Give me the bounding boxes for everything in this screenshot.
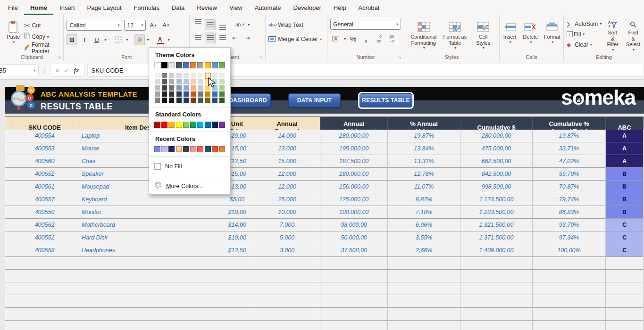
theme-variant-0-9[interactable] — [219, 73, 225, 79]
theme-variant-3-5[interactable] — [190, 91, 196, 97]
cell-annual_value[interactable]: 98.000,00 — [320, 219, 388, 231]
empty-cell[interactable] — [220, 295, 254, 308]
empty-cell[interactable] — [11, 257, 78, 270]
cell-cumulative[interactable]: 1.223.500,00 — [460, 206, 533, 219]
cell-cumulative[interactable]: 998.500,00 — [460, 181, 533, 193]
theme-variant-4-7[interactable] — [205, 97, 211, 103]
cell-annual_demand[interactable]: 3.000 — [254, 244, 320, 257]
copy-button[interactable]: Copy ▾ — [24, 32, 61, 42]
italic-button[interactable]: I — [79, 34, 90, 45]
theme-variant-4-9[interactable] — [219, 97, 225, 103]
alignment-dialog-launcher[interactable]: ↘ — [259, 55, 263, 59]
theme-variant-2-2[interactable] — [168, 85, 175, 91]
theme-variant-4-3[interactable] — [176, 97, 182, 103]
cell-annual_value[interactable]: 50.000,00 — [320, 231, 388, 244]
nav-button-dashboard[interactable]: DASHBOARD — [225, 93, 271, 107]
empty-cell[interactable] — [606, 295, 644, 308]
standard-color-swatch-3[interactable] — [176, 122, 182, 128]
cell-item[interactable]: Hard Disk — [78, 231, 220, 244]
theme-variant-1-0[interactable] — [154, 79, 160, 85]
cell-cumulative[interactable]: 1.371.500,00 — [460, 231, 533, 244]
theme-color-swatch-5[interactable] — [190, 62, 196, 68]
tab-review[interactable]: Review — [191, 0, 223, 15]
cell-abc-class[interactable]: A — [606, 142, 644, 155]
tab-acrobat[interactable]: Acrobat — [352, 0, 386, 15]
empty-cell[interactable] — [254, 308, 320, 321]
format-cells-button[interactable]: Format ▾ — [541, 19, 563, 53]
empty-cell[interactable] — [11, 270, 78, 282]
cell-annual_demand[interactable]: 5.000 — [254, 231, 320, 244]
empty-cell[interactable] — [460, 282, 533, 295]
name-box[interactable]: B5 ▾ — [0, 64, 39, 76]
clear-button[interactable]: ◆ Clear ▾ — [567, 40, 602, 50]
theme-variant-1-5[interactable] — [190, 79, 196, 85]
cell-pct_annual[interactable]: 13,84% — [388, 142, 460, 155]
cell-cumulative[interactable]: 280.000,00 — [460, 130, 533, 142]
theme-color-swatch-7[interactable] — [205, 62, 211, 68]
theme-variant-1-3[interactable] — [176, 79, 182, 85]
theme-variant-4-0[interactable] — [154, 97, 160, 103]
theme-variant-4-4[interactable] — [183, 97, 189, 103]
increase-indent-button[interactable]: ⇥ — [242, 33, 252, 43]
cell-cumulative_pct[interactable]: 47,02% — [533, 155, 606, 168]
tab-help[interactable]: Help — [327, 0, 352, 15]
cell-cumulative[interactable]: 662.500,00 — [460, 155, 533, 168]
cell-abc-class[interactable]: A — [606, 130, 644, 142]
empty-cell[interactable] — [388, 257, 460, 270]
autosum-button[interactable]: ∑ AutoSum ▾ — [567, 19, 602, 29]
theme-variant-0-6[interactable] — [197, 73, 203, 79]
empty-cell[interactable] — [533, 308, 606, 321]
standard-color-swatch-8[interactable] — [212, 122, 218, 128]
empty-cell[interactable] — [606, 282, 644, 295]
delete-cells-button[interactable]: Delete ▾ — [519, 19, 541, 53]
standard-color-swatch-2[interactable] — [168, 122, 175, 128]
theme-variant-4-8[interactable] — [212, 97, 218, 103]
cell-pct_annual[interactable]: 2,66% — [388, 244, 460, 257]
nav-button-data-input[interactable]: DATA INPUT — [288, 93, 341, 107]
empty-cell[interactable] — [533, 270, 606, 282]
increase-font-button[interactable]: A▲ — [148, 20, 159, 31]
theme-variant-2-5[interactable] — [190, 85, 196, 91]
cell-cumulative_pct[interactable]: 97,34% — [533, 231, 606, 244]
cell-cumulative_pct[interactable]: 86,83% — [533, 206, 606, 219]
empty-cell[interactable] — [388, 321, 460, 330]
empty-cell[interactable] — [533, 321, 606, 330]
theme-color-swatch-3[interactable] — [176, 62, 182, 68]
theme-variant-4-1[interactable] — [161, 97, 167, 103]
empty-cell[interactable] — [78, 308, 220, 321]
cancel-icon[interactable]: × — [55, 66, 59, 74]
theme-color-swatch-6[interactable] — [197, 62, 203, 68]
theme-variant-1-4[interactable] — [183, 79, 189, 85]
theme-color-swatch-2[interactable] — [168, 62, 175, 68]
accounting-format-button[interactable] — [330, 33, 341, 44]
row-margin-cell[interactable] — [5, 193, 11, 206]
cell-item[interactable]: Headphones — [78, 244, 220, 257]
cell-abc-class[interactable]: C — [606, 231, 644, 244]
empty-cell[interactable] — [320, 295, 388, 308]
cell-styles-button[interactable]: Cell Styles ▾ — [470, 19, 496, 53]
empty-cell[interactable] — [5, 308, 11, 321]
row-margin-cell[interactable] — [5, 181, 11, 193]
theme-variant-3-8[interactable] — [212, 91, 218, 97]
chevron-down-icon[interactable]: ▾ — [126, 38, 128, 42]
tab-home[interactable]: Home — [24, 0, 53, 15]
chevron-down-icon[interactable]: ▾ — [147, 38, 149, 42]
cell-pct_annual[interactable]: 13,31% — [388, 155, 460, 168]
chevron-down-icon[interactable]: ▾ — [168, 38, 170, 42]
decrease-decimal-button[interactable]: .00→0 — [386, 33, 397, 44]
empty-cell[interactable] — [460, 321, 533, 330]
fill-button[interactable]: ↓ Fill ▾ — [567, 29, 602, 39]
cell-annual_value[interactable]: 156.000,00 — [320, 181, 388, 193]
empty-cell[interactable] — [78, 270, 220, 282]
recent-color-swatch-4[interactable] — [183, 146, 189, 152]
standard-color-swatch-1[interactable] — [161, 122, 167, 128]
cell-cumulative_pct[interactable]: 79,74% — [533, 193, 606, 206]
empty-cell[interactable] — [78, 321, 220, 330]
empty-cell[interactable] — [220, 257, 254, 270]
empty-cell[interactable] — [606, 257, 644, 270]
theme-color-swatch-9[interactable] — [219, 62, 225, 68]
theme-variant-1-9[interactable] — [219, 79, 225, 85]
empty-cell[interactable] — [11, 308, 78, 321]
underline-button[interactable]: U — [91, 34, 102, 45]
row-margin-cell[interactable] — [5, 231, 11, 244]
